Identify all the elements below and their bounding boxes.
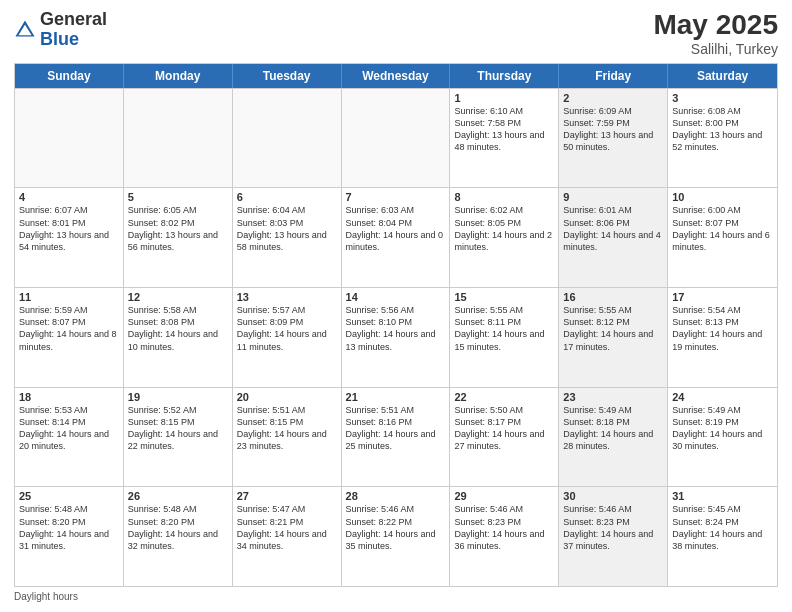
cell-details: Sunrise: 5:51 AM Sunset: 8:15 PM Dayligh… [237, 404, 337, 453]
footer-note-text: Daylight hours [14, 591, 78, 602]
day-number: 5 [128, 191, 228, 203]
day-number: 31 [672, 490, 773, 502]
calendar-cell: 18Sunrise: 5:53 AM Sunset: 8:14 PM Dayli… [15, 388, 124, 487]
cell-details: Sunrise: 5:53 AM Sunset: 8:14 PM Dayligh… [19, 404, 119, 453]
cell-details: Sunrise: 5:51 AM Sunset: 8:16 PM Dayligh… [346, 404, 446, 453]
calendar-row: 11Sunrise: 5:59 AM Sunset: 8:07 PM Dayli… [15, 287, 777, 387]
day-number: 29 [454, 490, 554, 502]
day-number: 22 [454, 391, 554, 403]
calendar-cell: 29Sunrise: 5:46 AM Sunset: 8:23 PM Dayli… [450, 487, 559, 586]
calendar-cell: 5Sunrise: 6:05 AM Sunset: 8:02 PM Daylig… [124, 188, 233, 287]
day-number: 30 [563, 490, 663, 502]
day-number: 18 [19, 391, 119, 403]
cell-details: Sunrise: 6:02 AM Sunset: 8:05 PM Dayligh… [454, 204, 554, 253]
logo-blue-text: Blue [40, 29, 79, 49]
cell-details: Sunrise: 6:10 AM Sunset: 7:58 PM Dayligh… [454, 105, 554, 154]
calendar-header-cell: Monday [124, 64, 233, 88]
day-number: 4 [19, 191, 119, 203]
day-number: 2 [563, 92, 663, 104]
calendar-cell: 2Sunrise: 6:09 AM Sunset: 7:59 PM Daylig… [559, 89, 668, 188]
calendar-cell: 6Sunrise: 6:04 AM Sunset: 8:03 PM Daylig… [233, 188, 342, 287]
cell-details: Sunrise: 6:00 AM Sunset: 8:07 PM Dayligh… [672, 204, 773, 253]
cell-details: Sunrise: 5:55 AM Sunset: 8:11 PM Dayligh… [454, 304, 554, 353]
calendar-cell: 10Sunrise: 6:00 AM Sunset: 8:07 PM Dayli… [668, 188, 777, 287]
calendar-cell: 31Sunrise: 5:45 AM Sunset: 8:24 PM Dayli… [668, 487, 777, 586]
day-number: 26 [128, 490, 228, 502]
day-number: 19 [128, 391, 228, 403]
calendar-cell: 19Sunrise: 5:52 AM Sunset: 8:15 PM Dayli… [124, 388, 233, 487]
cell-details: Sunrise: 5:49 AM Sunset: 8:19 PM Dayligh… [672, 404, 773, 453]
calendar-cell: 15Sunrise: 5:55 AM Sunset: 8:11 PM Dayli… [450, 288, 559, 387]
calendar-cell: 22Sunrise: 5:50 AM Sunset: 8:17 PM Dayli… [450, 388, 559, 487]
location: Salilhi, Turkey [653, 41, 778, 57]
logo-icon [14, 19, 36, 41]
cell-details: Sunrise: 6:08 AM Sunset: 8:00 PM Dayligh… [672, 105, 773, 154]
calendar-body: 1Sunrise: 6:10 AM Sunset: 7:58 PM Daylig… [15, 88, 777, 586]
day-number: 9 [563, 191, 663, 203]
calendar-row: 25Sunrise: 5:48 AM Sunset: 8:20 PM Dayli… [15, 486, 777, 586]
calendar-header-cell: Wednesday [342, 64, 451, 88]
calendar-cell: 30Sunrise: 5:46 AM Sunset: 8:23 PM Dayli… [559, 487, 668, 586]
calendar-cell: 24Sunrise: 5:49 AM Sunset: 8:19 PM Dayli… [668, 388, 777, 487]
calendar-row: 1Sunrise: 6:10 AM Sunset: 7:58 PM Daylig… [15, 88, 777, 188]
calendar-cell: 14Sunrise: 5:56 AM Sunset: 8:10 PM Dayli… [342, 288, 451, 387]
day-number: 27 [237, 490, 337, 502]
calendar-cell: 23Sunrise: 5:49 AM Sunset: 8:18 PM Dayli… [559, 388, 668, 487]
cell-details: Sunrise: 5:55 AM Sunset: 8:12 PM Dayligh… [563, 304, 663, 353]
day-number: 14 [346, 291, 446, 303]
calendar: SundayMondayTuesdayWednesdayThursdayFrid… [14, 63, 778, 587]
cell-details: Sunrise: 6:01 AM Sunset: 8:06 PM Dayligh… [563, 204, 663, 253]
day-number: 6 [237, 191, 337, 203]
day-number: 23 [563, 391, 663, 403]
day-number: 10 [672, 191, 773, 203]
day-number: 17 [672, 291, 773, 303]
day-number: 16 [563, 291, 663, 303]
calendar-cell: 20Sunrise: 5:51 AM Sunset: 8:15 PM Dayli… [233, 388, 342, 487]
day-number: 8 [454, 191, 554, 203]
calendar-cell: 26Sunrise: 5:48 AM Sunset: 8:20 PM Dayli… [124, 487, 233, 586]
calendar-cell: 27Sunrise: 5:47 AM Sunset: 8:21 PM Dayli… [233, 487, 342, 586]
calendar-header-cell: Sunday [15, 64, 124, 88]
cell-details: Sunrise: 6:09 AM Sunset: 7:59 PM Dayligh… [563, 105, 663, 154]
calendar-cell [15, 89, 124, 188]
day-number: 12 [128, 291, 228, 303]
calendar-cell: 9Sunrise: 6:01 AM Sunset: 8:06 PM Daylig… [559, 188, 668, 287]
cell-details: Sunrise: 5:48 AM Sunset: 8:20 PM Dayligh… [128, 503, 228, 552]
month-year: May 2025 [653, 10, 778, 41]
calendar-cell: 12Sunrise: 5:58 AM Sunset: 8:08 PM Dayli… [124, 288, 233, 387]
cell-details: Sunrise: 5:46 AM Sunset: 8:23 PM Dayligh… [563, 503, 663, 552]
cell-details: Sunrise: 5:54 AM Sunset: 8:13 PM Dayligh… [672, 304, 773, 353]
calendar-cell: 16Sunrise: 5:55 AM Sunset: 8:12 PM Dayli… [559, 288, 668, 387]
day-number: 7 [346, 191, 446, 203]
day-number: 21 [346, 391, 446, 403]
cell-details: Sunrise: 5:48 AM Sunset: 8:20 PM Dayligh… [19, 503, 119, 552]
cell-details: Sunrise: 6:05 AM Sunset: 8:02 PM Dayligh… [128, 204, 228, 253]
calendar-header-cell: Tuesday [233, 64, 342, 88]
calendar-cell: 4Sunrise: 6:07 AM Sunset: 8:01 PM Daylig… [15, 188, 124, 287]
logo-text: General Blue [40, 10, 107, 50]
day-number: 24 [672, 391, 773, 403]
calendar-cell [124, 89, 233, 188]
day-number: 28 [346, 490, 446, 502]
cell-details: Sunrise: 5:49 AM Sunset: 8:18 PM Dayligh… [563, 404, 663, 453]
calendar-cell: 25Sunrise: 5:48 AM Sunset: 8:20 PM Dayli… [15, 487, 124, 586]
calendar-cell: 13Sunrise: 5:57 AM Sunset: 8:09 PM Dayli… [233, 288, 342, 387]
cell-details: Sunrise: 5:47 AM Sunset: 8:21 PM Dayligh… [237, 503, 337, 552]
day-number: 11 [19, 291, 119, 303]
cell-details: Sunrise: 5:46 AM Sunset: 8:23 PM Dayligh… [454, 503, 554, 552]
calendar-header-cell: Saturday [668, 64, 777, 88]
calendar-header-cell: Thursday [450, 64, 559, 88]
calendar-cell: 28Sunrise: 5:46 AM Sunset: 8:22 PM Dayli… [342, 487, 451, 586]
calendar-cell [233, 89, 342, 188]
cell-details: Sunrise: 5:56 AM Sunset: 8:10 PM Dayligh… [346, 304, 446, 353]
calendar-cell: 21Sunrise: 5:51 AM Sunset: 8:16 PM Dayli… [342, 388, 451, 487]
title-block: May 2025 Salilhi, Turkey [653, 10, 778, 57]
calendar-cell: 11Sunrise: 5:59 AM Sunset: 8:07 PM Dayli… [15, 288, 124, 387]
cell-details: Sunrise: 5:59 AM Sunset: 8:07 PM Dayligh… [19, 304, 119, 353]
footer-note: Daylight hours [14, 591, 778, 602]
day-number: 20 [237, 391, 337, 403]
page: General Blue May 2025 Salilhi, Turkey Su… [0, 0, 792, 612]
calendar-cell: 1Sunrise: 6:10 AM Sunset: 7:58 PM Daylig… [450, 89, 559, 188]
day-number: 25 [19, 490, 119, 502]
cell-details: Sunrise: 6:03 AM Sunset: 8:04 PM Dayligh… [346, 204, 446, 253]
